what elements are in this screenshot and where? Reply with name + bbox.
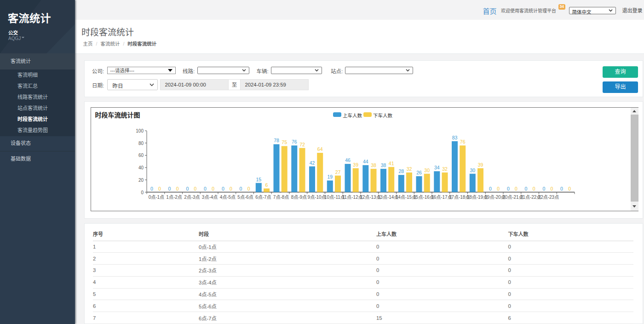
svg-text:0: 0 (532, 186, 535, 191)
svg-text:0: 0 (158, 186, 161, 191)
svg-text:38: 38 (371, 162, 376, 168)
svg-text:6: 6 (265, 182, 268, 188)
svg-text:0: 0 (560, 186, 563, 191)
svg-text:39: 39 (477, 162, 483, 168)
svg-text:0: 0 (230, 186, 232, 191)
svg-text:64: 64 (317, 146, 322, 152)
svg-text:0: 0 (150, 186, 153, 191)
svg-text:30: 30 (470, 168, 475, 173)
svg-text:4点-5点: 4点-5点 (219, 195, 235, 200)
svg-text:0: 0 (204, 186, 207, 191)
svg-text:42: 42 (309, 160, 315, 166)
svg-text:0: 0 (221, 186, 224, 191)
svg-text:44: 44 (362, 159, 368, 164)
svg-text:20: 20 (138, 178, 144, 183)
svg-text:32: 32 (442, 166, 448, 172)
svg-text:2点-3点: 2点-3点 (184, 195, 200, 200)
svg-text:0: 0 (524, 186, 527, 191)
svg-text:39: 39 (353, 162, 358, 168)
svg-text:38: 38 (380, 162, 386, 168)
svg-text:32: 32 (406, 166, 412, 172)
svg-text:72: 72 (299, 142, 305, 147)
svg-text:76: 76 (460, 139, 465, 145)
svg-text:75: 75 (282, 139, 287, 145)
svg-text:34: 34 (434, 165, 439, 170)
svg-text:30: 30 (424, 168, 430, 173)
svg-text:83: 83 (452, 135, 457, 140)
svg-text:60: 60 (138, 153, 144, 158)
svg-text:100: 100 (136, 128, 144, 133)
svg-text:0: 0 (489, 186, 492, 191)
svg-text:0: 0 (141, 190, 144, 195)
svg-text:5点-6点: 5点-6点 (237, 195, 253, 200)
svg-text:0: 0 (497, 186, 500, 191)
svg-text:0: 0 (568, 186, 571, 191)
svg-text:46: 46 (345, 157, 351, 163)
svg-text:7点-8点: 7点-8点 (273, 195, 288, 200)
svg-text:0: 0 (239, 186, 242, 191)
svg-text:9点-10点: 9点-10点 (307, 195, 326, 200)
svg-text:40: 40 (138, 165, 144, 170)
svg-text:1点-2点: 1点-2点 (166, 195, 182, 200)
svg-text:6点-7点: 6点-7点 (255, 195, 271, 200)
svg-text:76: 76 (291, 139, 297, 145)
svg-text:0: 0 (506, 186, 509, 191)
svg-text:0: 0 (550, 186, 553, 191)
svg-text:8点-9点: 8点-9点 (291, 195, 306, 200)
svg-text:3点-4点: 3点-4点 (201, 195, 217, 200)
svg-text:80: 80 (138, 141, 144, 146)
svg-text:0: 0 (194, 186, 196, 191)
svg-text:0: 0 (186, 186, 189, 191)
svg-text:0: 0 (168, 186, 171, 191)
svg-text:22点-23点: 22点-23点 (538, 195, 559, 200)
svg-text:41: 41 (388, 161, 394, 166)
svg-text:0点-1点: 0点-1点 (148, 195, 164, 200)
svg-text:0: 0 (542, 186, 545, 191)
svg-text:28: 28 (398, 168, 404, 174)
svg-text:27: 27 (335, 169, 340, 175)
svg-text:15: 15 (256, 177, 261, 182)
svg-text:0: 0 (515, 186, 518, 191)
svg-text:26: 26 (416, 170, 422, 175)
svg-text:0: 0 (212, 186, 214, 191)
svg-text:0: 0 (176, 186, 178, 191)
svg-text:78: 78 (274, 138, 279, 143)
svg-text:0: 0 (247, 186, 250, 191)
svg-text:19: 19 (327, 174, 333, 179)
